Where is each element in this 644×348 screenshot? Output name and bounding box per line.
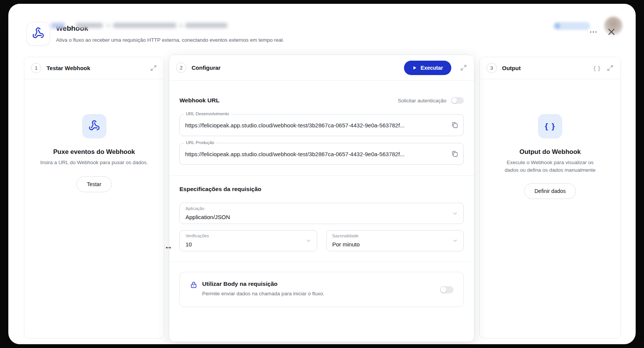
status-pill-blurred[interactable] [553, 22, 590, 30]
use-body-description: Permite enviar dados na chamada para ini… [202, 291, 324, 296]
output-empty-subtitle: Execute o Webhook para visualizar os dad… [480, 159, 621, 174]
seasonality-select-label: Sazonalidade [332, 234, 359, 238]
copy-icon[interactable] [451, 150, 458, 157]
seasonality-select-value: Por minuto [332, 241, 360, 248]
step-number: 2 [176, 63, 186, 73]
status-pill-icon [555, 23, 560, 29]
breadcrumb-item-blurred[interactable] [113, 23, 176, 28]
breadcrumb-badge-blurred[interactable] [51, 23, 65, 28]
test-empty-state: Puxe eventos do Webhook Insira a URL do … [24, 114, 164, 192]
divider [169, 176, 474, 176]
verifications-select[interactable]: Verificações 10 [179, 230, 317, 251]
panel-test-header: 1 Testar Webhook [24, 57, 164, 79]
play-icon [412, 66, 417, 70]
configure-content: Webhook URL Solicitar autenticação URL D… [169, 95, 474, 307]
define-data-button[interactable]: Definir dados [524, 183, 576, 199]
webhook-icon-badge [82, 114, 106, 138]
application-select-label: Aplicação [186, 206, 204, 211]
application-select-value: Application/JSON [186, 214, 230, 220]
webhook-icon [89, 120, 100, 133]
auth-toggle-label: Solicitar autenticação [398, 98, 446, 103]
lock-icon [190, 281, 197, 288]
use-body-title: Utilizar Body na requisição [202, 281, 324, 287]
copy-icon[interactable] [451, 122, 458, 129]
use-body-toggle[interactable] [440, 286, 454, 293]
panel-configure-header: 2 Configurar Executar [169, 55, 474, 81]
step-number: 3 [487, 63, 497, 73]
step-number: 1 [31, 63, 41, 73]
url-prod-label: URL Produção [184, 140, 216, 145]
webhook-icon [32, 27, 44, 41]
breadcrumb-separator [107, 24, 110, 28]
modal-header: Webhook Ativa o fluxo ao receber uma req… [8, 4, 636, 53]
more-options-button[interactable]: ⋯ [589, 28, 598, 36]
chevron-down-icon [306, 238, 312, 244]
verifications-select-label: Verificações [186, 234, 209, 238]
url-dev-value[interactable]: https://feliciopeak.app.studio.cloud/web… [185, 122, 448, 129]
webhook-icon-box [27, 22, 50, 45]
webhook-modal: Webhook Ativa o fluxo ao receber uma req… [8, 4, 636, 344]
test-empty-subtitle: Insira a URL do Webhook para puxar os da… [24, 159, 164, 166]
url-dev-field[interactable]: URL Desenvolvimento https://feliciopeak.… [179, 114, 464, 136]
panel-output-title: Output [502, 65, 521, 71]
output-empty-title: Output do Webhook [480, 148, 621, 156]
execute-button[interactable]: Executar [404, 61, 451, 75]
test-empty-title: Puxe eventos do Webhook [24, 148, 164, 156]
panel-output-header: 3 Output { } [480, 57, 621, 79]
use-body-card: Utilizar Body na requisição Permite envi… [179, 272, 464, 307]
expand-icon[interactable] [150, 64, 157, 72]
test-button[interactable]: Testar [76, 176, 111, 192]
verifications-select-value: 10 [186, 241, 192, 248]
code-braces-icon: { } [545, 122, 555, 131]
expand-icon[interactable] [606, 64, 614, 72]
code-braces-badge: { } [538, 114, 562, 138]
output-empty-state: { } Output do Webhook Execute o Webhook … [480, 114, 621, 199]
close-icon[interactable] [607, 27, 616, 36]
panel-test-title: Testar Webhook [47, 65, 90, 71]
breadcrumb-separator [179, 24, 182, 28]
divider [169, 262, 474, 262]
url-dev-label: URL Desenvolvimento [184, 111, 231, 116]
page-subtitle: Ativa o fluxo ao receber uma requisição … [56, 37, 284, 43]
url-prod-field[interactable]: URL Produção https://feliciopeak.app.stu… [179, 143, 464, 165]
panel-configure: 2 Configurar Executar Webhook URL Solici… [169, 55, 474, 342]
specs-title: Especificações da requisição [179, 186, 464, 193]
breadcrumb-item-blurred[interactable] [185, 23, 228, 28]
expand-icon[interactable] [460, 64, 467, 72]
application-select[interactable]: Aplicação Application/JSON [179, 203, 464, 224]
url-prod-value[interactable]: https://feliciopeak.app.studio.cloud/web… [185, 151, 448, 157]
panel-test-webhook: 1 Testar Webhook Puxe eventos do We [24, 57, 164, 339]
auth-toggle[interactable] [451, 97, 464, 104]
panel-output: 3 Output { } { } Output do Webhook Execu… [479, 57, 621, 339]
breadcrumb-item-blurred[interactable] [76, 23, 103, 28]
code-braces-icon[interactable]: { } [593, 64, 601, 72]
panel-configure-title: Configurar [192, 64, 221, 71]
webhook-url-title: Webhook URL [179, 97, 220, 104]
chevron-down-icon [452, 210, 458, 216]
chevron-down-icon [452, 238, 458, 244]
seasonality-select[interactable]: Sazonalidade Por minuto [326, 230, 464, 251]
